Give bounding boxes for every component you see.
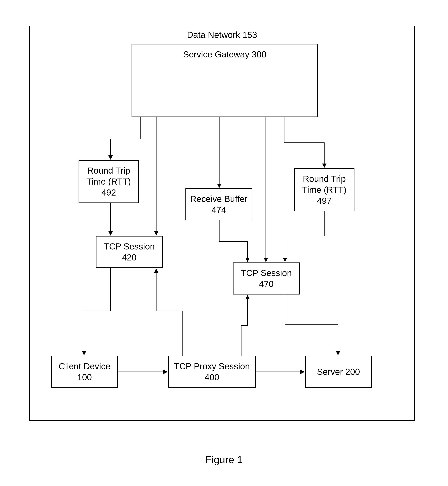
- node-num: 420: [122, 252, 136, 263]
- node-server: Server 200: [305, 356, 372, 388]
- figure-caption: Figure 1: [0, 454, 448, 466]
- node-line1: Round Trip: [303, 173, 346, 184]
- node-client-device: Client Device 100: [51, 356, 118, 388]
- node-line1: TCP Session: [241, 268, 292, 279]
- node-tcp-session-right: TCP Session 470: [233, 263, 300, 295]
- node-num: 470: [259, 279, 273, 289]
- node-line1: TCP Proxy Session: [174, 361, 250, 372]
- node-line2: Time (RTT): [87, 176, 131, 187]
- node-label: Server 200: [317, 366, 360, 377]
- node-receive-buffer: Receive Buffer 474: [185, 188, 252, 220]
- node-rtt-left: Round Trip Time (RTT) 492: [79, 160, 139, 203]
- node-line1: Round Trip: [87, 165, 130, 176]
- node-num: 474: [211, 205, 226, 215]
- node-service-gateway: Service Gateway 300: [132, 44, 318, 117]
- node-line1: Receive Buffer: [190, 194, 248, 205]
- node-line1: Client Device: [59, 361, 110, 372]
- node-num: 497: [317, 195, 332, 206]
- node-rtt-right: Round Trip Time (RTT) 497: [294, 168, 354, 211]
- node-tcp-session-left: TCP Session 420: [96, 236, 163, 268]
- node-line1: TCP Session: [104, 241, 155, 252]
- node-tcp-proxy-session: TCP Proxy Session 400: [168, 356, 256, 388]
- node-line2: Time (RTT): [302, 184, 347, 195]
- node-num: 100: [77, 372, 92, 383]
- node-num: 492: [101, 187, 116, 198]
- diagram-page: Data Network 153 Service Gateway 300 Rou…: [0, 0, 448, 486]
- node-label: Service Gateway 300: [183, 49, 266, 60]
- container-title: Data Network 153: [30, 30, 414, 40]
- node-num: 400: [205, 372, 219, 383]
